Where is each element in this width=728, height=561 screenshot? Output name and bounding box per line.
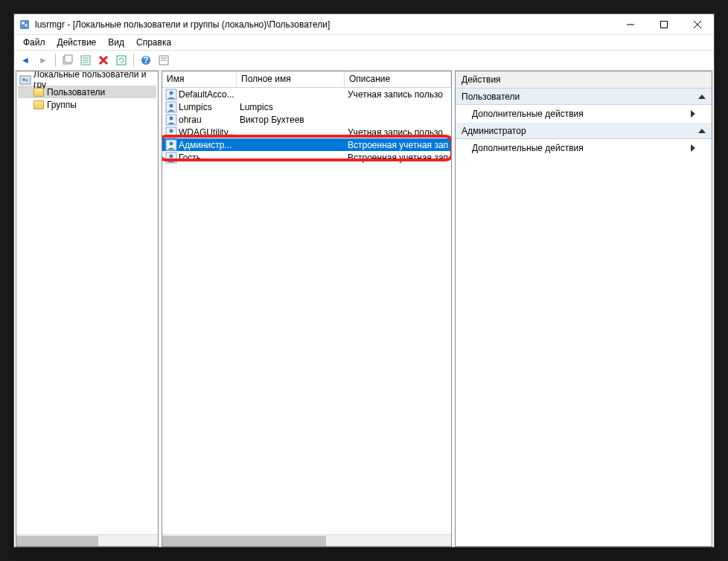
- close-button[interactable]: [680, 14, 714, 35]
- cell-name: Администр...: [179, 140, 232, 150]
- list-row[interactable]: WDAGUtility...Учетная запись пользо: [162, 126, 451, 138]
- help-button[interactable]: ?: [138, 52, 154, 68]
- folder-icon: [33, 86, 45, 98]
- tree-users-label: Пользователи: [47, 87, 105, 97]
- list-row[interactable]: DefaultAcco...Учетная запись пользо: [162, 88, 451, 100]
- cell-desc: Встроенная учетная зап: [348, 153, 448, 163]
- cell-desc: Учетная запись пользо: [348, 127, 443, 138]
- col-desc[interactable]: Описание: [345, 71, 451, 87]
- user-icon: [165, 126, 177, 138]
- cell-desc: Учетная запись пользо: [348, 89, 443, 100]
- list-row[interactable]: LumpicsLumpics: [162, 100, 451, 113]
- arrow-right-icon: [691, 144, 695, 152]
- cell-fullname: Lumpics: [240, 102, 273, 112]
- svg-point-35: [170, 154, 173, 158]
- user-icon: [165, 114, 177, 126]
- actions-more-users[interactable]: Дополнительные действия: [456, 105, 712, 123]
- horizontal-scrollbar[interactable]: [162, 534, 451, 546]
- col-name[interactable]: Имя: [162, 71, 237, 87]
- actions-pane: Действия Пользователи Дополнительные дей…: [455, 71, 712, 547]
- actions-section-label: Администратор: [462, 126, 526, 136]
- cell-fullname: Виктор Бухтеев: [240, 115, 304, 125]
- svg-point-25: [170, 91, 173, 94]
- menu-view[interactable]: Вид: [102, 36, 130, 49]
- properties-button[interactable]: [77, 52, 94, 68]
- svg-point-31: [170, 129, 173, 132]
- actions-title: Действия: [456, 71, 712, 89]
- actions-link-label: Дополнительные действия: [472, 109, 584, 119]
- new-button[interactable]: [60, 52, 76, 68]
- separator-icon: [55, 54, 56, 67]
- horizontal-scrollbar[interactable]: [16, 534, 158, 546]
- minimize-button[interactable]: [613, 14, 647, 35]
- forward-button[interactable]: ►: [35, 52, 51, 68]
- user-icon: [165, 139, 177, 151]
- svg-point-23: [25, 79, 28, 82]
- menu-file[interactable]: Файл: [17, 36, 51, 49]
- tree-pane: Локальные пользователи и гру Пользовател…: [16, 71, 159, 547]
- list-header: Имя Полное имя Описание: [162, 71, 451, 88]
- app-window: lusrmgr - [Локальные пользователи и груп…: [13, 13, 715, 548]
- users-groups-icon: [19, 74, 31, 86]
- content-area: Локальные пользователи и гру Пользовател…: [14, 71, 714, 547]
- tree-item-groups[interactable]: Группы: [18, 98, 156, 111]
- arrow-right-icon: [691, 110, 695, 118]
- cell-name: Lumpics: [179, 102, 212, 112]
- tree-groups-label: Группы: [47, 100, 77, 110]
- list-body: DefaultAcco...Учетная запись пользоLumpi…: [162, 88, 451, 534]
- list-row[interactable]: ohrauВиктор Бухтеев: [162, 113, 451, 126]
- svg-point-29: [170, 116, 173, 120]
- svg-rect-21: [20, 76, 31, 84]
- list-pane: Имя Полное имя Описание DefaultAcco...Уч…: [162, 71, 452, 547]
- list-row[interactable]: ГостьВстроенная учетная зап: [162, 151, 451, 164]
- menubar: Файл Действие Вид Справка: [14, 35, 714, 50]
- maximize-button[interactable]: [647, 14, 680, 35]
- svg-point-27: [170, 103, 173, 107]
- svg-point-1: [22, 22, 25, 25]
- svg-rect-8: [65, 55, 72, 62]
- user-icon: [165, 152, 177, 164]
- collapse-icon: [698, 129, 706, 133]
- tree-root[interactable]: Локальные пользователи и гру: [18, 73, 156, 86]
- titlebar: lusrmgr - [Локальные пользователи и груп…: [14, 14, 714, 35]
- collapse-icon: [698, 94, 706, 99]
- cell-name: DefaultAcco...: [179, 89, 234, 100]
- cell-desc: Встроенная учетная зап: [348, 140, 448, 150]
- svg-point-2: [25, 24, 28, 27]
- actions-section-users[interactable]: Пользователи: [456, 89, 712, 105]
- actions-more-admin[interactable]: Дополнительные действия: [456, 139, 712, 157]
- cell-name: Гость: [179, 153, 201, 163]
- folder-icon: [33, 99, 45, 111]
- actions-section-admin[interactable]: Администратор: [456, 123, 712, 139]
- svg-rect-15: [117, 56, 126, 65]
- refresh-button[interactable]: [113, 52, 130, 68]
- tree: Локальные пользователи и гру Пользовател…: [16, 71, 158, 112]
- menu-help[interactable]: Справка: [130, 36, 177, 49]
- svg-point-22: [22, 78, 25, 81]
- app-icon: [19, 19, 31, 31]
- menu-action[interactable]: Действие: [51, 36, 103, 49]
- window-title: lusrmgr - [Локальные пользователи и груп…: [35, 19, 613, 30]
- toolbar: ◄ ► ?: [14, 50, 714, 71]
- col-fullname[interactable]: Полное имя: [237, 71, 345, 87]
- back-button[interactable]: ◄: [17, 52, 33, 68]
- svg-rect-0: [20, 20, 29, 29]
- separator-icon: [133, 54, 134, 67]
- user-icon: [165, 101, 177, 113]
- svg-point-33: [170, 141, 173, 145]
- actions-section-label: Пользователи: [462, 92, 520, 102]
- svg-text:?: ?: [143, 55, 148, 65]
- window-controls: [613, 14, 714, 35]
- user-icon: [165, 89, 177, 100]
- export-button[interactable]: [156, 52, 172, 68]
- list-row[interactable]: Администр...Встроенная учетная зап: [162, 138, 451, 151]
- actions-link-label: Дополнительные действия: [472, 143, 584, 153]
- cell-name: WDAGUtility...: [179, 127, 235, 138]
- cell-name: ohrau: [179, 115, 202, 125]
- delete-button[interactable]: [95, 52, 112, 68]
- svg-rect-4: [660, 21, 667, 28]
